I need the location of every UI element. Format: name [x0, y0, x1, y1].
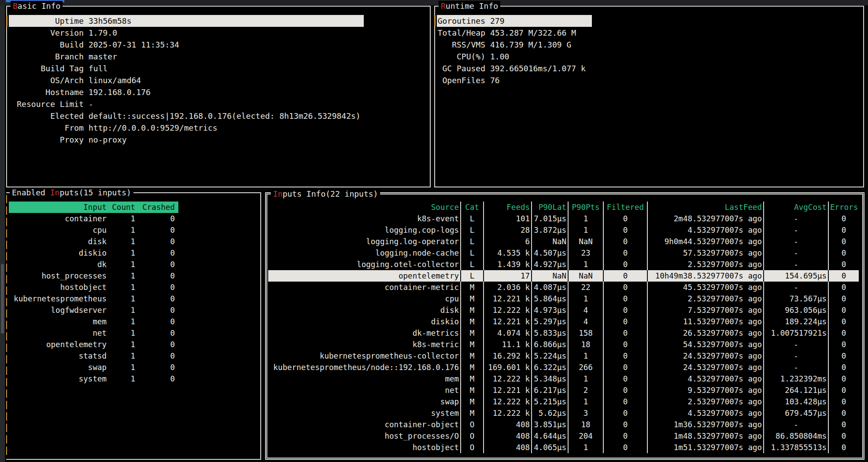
info-row[interactable]: Total/Heap453.287 M/322.66 M	[437, 27, 861, 39]
table-cell: 0	[135, 304, 175, 316]
table-row[interactable]: k8s-metricM11.1 k6.866µs18054.532977007s…	[268, 339, 859, 350]
info-row[interactable]: Proxyno-proxy	[9, 134, 428, 146]
table-row[interactable]: container-objectO4083.851µs1801m36.53297…	[268, 419, 859, 430]
enabled-inputs-title: Enabled Inputs(15 inputs)	[10, 187, 133, 198]
table-row[interactable]: swapM12.222 k5.215µs102.532977007s ago10…	[268, 396, 859, 407]
cell-filtered: 0	[604, 293, 648, 304]
info-label: Elected	[9, 110, 84, 122]
cell-filtered: 0	[604, 385, 648, 396]
table-row[interactable]: opentelemetry10	[9, 339, 178, 350]
info-value: -	[89, 98, 93, 110]
table-row[interactable]: diskioM12.221 k5.297µs4011.532977007s ag…	[268, 316, 859, 327]
cell-feeds: 4.535 k	[484, 247, 532, 259]
cell-cat: M	[461, 350, 484, 362]
table-row[interactable]: logging.cop-logsL283.872µs104.532977007s…	[268, 224, 859, 236]
cell-p90pts: 1	[569, 396, 604, 407]
table-row[interactable]: host_processes/OO4084.644µs20401m48.5329…	[268, 430, 859, 442]
table-row[interactable]: dk10	[9, 259, 178, 270]
table-row[interactable]: container-metricM2.036 k4.087µs22045.532…	[268, 282, 859, 293]
table-row[interactable]: cpuM12.221 k5.864µs102.532977007s ago73.…	[268, 293, 859, 304]
info-row[interactable]: Electeddefault::success|192.168.0.176(el…	[9, 110, 428, 122]
cell-filtered: 0	[604, 224, 648, 236]
table-row[interactable]: opentelemetryL17NaNNaN010h49m38.53297700…	[268, 270, 859, 282]
table-row[interactable]: memM12.222 k5.348µs104.532977007s ago1.2…	[268, 373, 859, 385]
table-row[interactable]: dk-metricsM4.074 k5.833µs158026.53297700…	[268, 327, 859, 339]
cell-filtered: 0	[604, 396, 648, 407]
table-row[interactable]: logging.node-cacheL4.535 k4.507µs23057.5…	[268, 247, 859, 259]
info-row[interactable]: Build Tagfull	[9, 62, 428, 74]
cell-errors: 0	[829, 316, 859, 327]
cell-avgcost: -	[764, 247, 829, 259]
info-row[interactable]: Branchmaster	[9, 51, 428, 62]
table-row[interactable]: diskio10	[9, 247, 178, 259]
table-row[interactable]: swap10	[9, 362, 178, 373]
table-row[interactable]: statsd10	[9, 350, 178, 362]
table-row[interactable]: container10	[9, 213, 178, 224]
cell-p90pts: NaN	[569, 270, 604, 282]
cell-cat: O	[461, 430, 484, 442]
cell-feeds: 408	[484, 442, 532, 453]
info-row[interactable]: CPU(%)1.00	[437, 51, 861, 62]
cell-cat: M	[461, 407, 484, 419]
table-row[interactable]: hostobjectO4084.065µs101m51.532977007s a…	[268, 442, 859, 453]
table-row[interactable]: hostobject10	[9, 282, 178, 293]
table-cell: 0	[135, 327, 175, 339]
info-row[interactable]: RSS/VMS416.739 M/1.309 G	[437, 39, 861, 51]
cell-cat: O	[461, 419, 484, 430]
table-row[interactable]: netM12.221 k6.217µs209.532977007s ago264…	[268, 385, 859, 396]
info-row[interactable]: Goroutines279	[437, 15, 592, 27]
info-row[interactable]: Resource Limit-	[9, 98, 428, 110]
info-row[interactable]: OpenFiles76	[437, 74, 861, 86]
cell-feeds: 16.292 k	[484, 350, 532, 362]
cell-cat: L	[461, 247, 484, 259]
cell-cat: M	[461, 339, 484, 350]
info-row[interactable]: OS/Archlinux/amd64	[9, 74, 428, 86]
cell-cat: L	[461, 213, 484, 224]
table-row[interactable]: system10	[9, 373, 178, 385]
info-row[interactable]: Uptime33h56m58s	[9, 15, 364, 27]
table-row[interactable]: kubernetesprometheus-collectorM16.292 k5…	[268, 350, 859, 362]
cell-p90lat: 4.087µs	[532, 282, 569, 293]
table-row[interactable]: net10	[9, 327, 178, 339]
scrollbar-thumb[interactable]	[1, 264, 4, 334]
table-row[interactable]: logging.otel-collectorL1.439 k4.927µs102…	[268, 259, 859, 270]
info-row[interactable]: Build2025-07-31 11:35:34	[9, 39, 428, 51]
cell-filtered: 0	[604, 419, 648, 430]
title-text: puts(15 inputs)	[59, 188, 131, 197]
cell-filtered: 0	[604, 339, 648, 350]
table-cell: host_processes	[9, 270, 107, 282]
cell-source: hostobject	[268, 442, 461, 453]
table-row[interactable]: diskM12.222 k4.973µs407.532977007s ago96…	[268, 304, 859, 316]
cell-p90lat: NaN	[532, 270, 569, 282]
cell-filtered: 0	[604, 259, 648, 270]
table-row[interactable]: systemM12.222 k5.62µs304.532977007s ago6…	[268, 407, 859, 419]
info-label: Goroutines	[437, 15, 485, 27]
table-row[interactable]: disk10	[9, 236, 178, 247]
cell-errors: 0	[829, 293, 859, 304]
info-row[interactable]: Fromhttp://0.0.0.0:9529/metrics	[9, 122, 428, 134]
table-row[interactable]: kubernetesprometheus/node::192.168.0.176…	[268, 362, 859, 373]
table-cell: 1	[107, 339, 135, 350]
info-label: Branch	[9, 51, 84, 62]
cell-feeds: 6	[484, 236, 532, 247]
table-cell: 0	[135, 247, 175, 259]
table-cell: 1	[107, 362, 135, 373]
table-cell: 0	[135, 350, 175, 362]
table-row[interactable]: mem10	[9, 316, 178, 327]
table-row[interactable]: k8s-eventL1017.015µs102m48.532977007s ag…	[268, 213, 859, 224]
cell-cat: M	[461, 396, 484, 407]
table-row[interactable]: kubernetesprometheus10	[9, 293, 178, 304]
info-row[interactable]: GC Paused392.665016ms/1.077 k	[437, 62, 861, 74]
info-value: master	[89, 51, 117, 62]
info-value: 33h56m58s	[89, 15, 132, 27]
info-row[interactable]: Hostname192.168.0.176	[9, 86, 428, 98]
table-cell: 1	[107, 270, 135, 282]
table-row[interactable]: logfwdserver10	[9, 304, 178, 316]
table-row[interactable]: cpu10	[9, 224, 178, 236]
scrollbar-rail[interactable]	[0, 5, 5, 462]
table-row[interactable]: logging.log-operatorL6NaNNaN09h0m44.5329…	[268, 236, 859, 247]
table-cell: 1	[107, 259, 135, 270]
table-row[interactable]: host_processes10	[9, 270, 178, 282]
table-cell: 0	[135, 339, 175, 350]
info-row[interactable]: Version1.79.0	[9, 27, 428, 39]
